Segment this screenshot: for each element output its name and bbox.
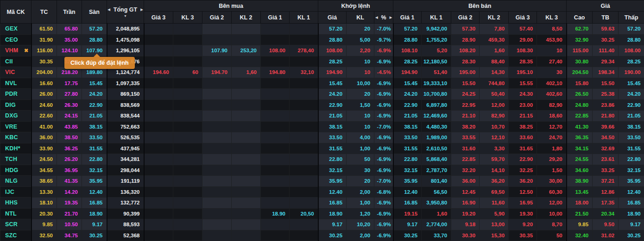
cell-buy-vol-3[interactable] bbox=[173, 99, 202, 111]
col-header-sell-price3[interactable]: Giá 3 bbox=[509, 12, 537, 24]
cell-buy-vol-1[interactable] bbox=[290, 132, 318, 143]
cell-high[interactable]: 32.40 bbox=[567, 230, 593, 241]
cell-buy-vol-3[interactable] bbox=[173, 56, 202, 67]
cell-sell-vol-3[interactable]: 29,20 bbox=[537, 154, 567, 165]
cell-ref-price[interactable]: 30.35 bbox=[32, 56, 57, 67]
cell-buy-price-2[interactable] bbox=[202, 219, 232, 230]
cell-floor-price[interactable]: 22.80 bbox=[82, 154, 107, 165]
cell-buy-price-3[interactable] bbox=[144, 111, 173, 122]
cell-ceiling-price[interactable]: 27.80 bbox=[57, 89, 82, 100]
cell-floor-price[interactable]: 32.15 bbox=[82, 165, 107, 176]
cell-total-value[interactable]: 752,663 bbox=[107, 121, 144, 132]
cell-sell-price-2[interactable]: 36.00 bbox=[451, 176, 480, 187]
cell-sell-price-1[interactable]: 57.20 bbox=[393, 24, 422, 35]
cell-buy-vol-1[interactable] bbox=[290, 111, 318, 122]
cell-sell-price-3[interactable]: 108.30 bbox=[509, 45, 537, 56]
cell-buy-price-3[interactable] bbox=[144, 208, 173, 219]
cell-high[interactable]: 38.90 bbox=[567, 176, 593, 187]
cell-buy-vol-2[interactable] bbox=[232, 208, 261, 219]
stock-row[interactable]: NTL20.3021.7018.9090,39918.9020,5018.901… bbox=[0, 208, 644, 219]
cell-buy-vol-1[interactable] bbox=[290, 78, 318, 89]
cell-match-price[interactable]: 33.50 bbox=[318, 132, 347, 143]
cell-low[interactable]: 9.17 bbox=[619, 219, 644, 230]
cell-sell-vol-3[interactable]: 402,60 bbox=[537, 89, 567, 100]
cell-low[interactable]: 28.80 bbox=[619, 34, 644, 45]
cell-sell-vol-2[interactable]: 50,40 bbox=[480, 89, 509, 100]
cell-ref-price[interactable]: 33.90 bbox=[32, 143, 57, 154]
cell-sell-vol-1[interactable]: 2,774,00 bbox=[422, 219, 451, 230]
cell-match-vol[interactable]: 10 bbox=[347, 111, 374, 122]
cell-sell-price-2[interactable]: 32.20 bbox=[451, 165, 480, 176]
cell-ceiling-price[interactable]: 35.00 bbox=[57, 34, 82, 45]
cell-floor-price[interactable]: 22.90 bbox=[82, 99, 107, 111]
cell-buy-price-1[interactable] bbox=[261, 186, 290, 198]
cell-sell-price-3[interactable]: 28.35 bbox=[509, 56, 537, 67]
cell-sell-price-3[interactable]: 15.55 bbox=[509, 78, 537, 89]
col-header-buy-price1[interactable]: Giá 1 bbox=[261, 12, 290, 24]
cell-sell-vol-2[interactable]: 14,10 bbox=[480, 165, 509, 176]
cell-ceiling-price[interactable]: 24.15 bbox=[57, 111, 82, 122]
cell-ref-price[interactable]: 24.50 bbox=[32, 154, 57, 165]
cell-sell-vol-2[interactable]: 12,00 bbox=[480, 99, 509, 111]
remove-stock-icon[interactable]: ✖ bbox=[24, 48, 28, 54]
cell-match-price[interactable]: 24.20 bbox=[318, 89, 347, 100]
cell-sell-vol-2[interactable]: 7,80 bbox=[480, 24, 509, 35]
cell-total-value[interactable]: 344,281 bbox=[107, 154, 144, 165]
cell-ref-price[interactable]: 20.30 bbox=[32, 208, 57, 219]
cell-buy-price-1[interactable] bbox=[261, 34, 290, 45]
cell-buy-vol-2[interactable] bbox=[232, 99, 261, 111]
cell-sell-price-1[interactable]: 22.80 bbox=[393, 154, 422, 165]
cell-sell-price-3[interactable]: 195.10 bbox=[509, 67, 537, 78]
col-header-low[interactable]: Thấp bbox=[619, 12, 644, 24]
cell-sell-vol-3[interactable]: 10 bbox=[537, 45, 567, 56]
cell-buy-vol-2[interactable] bbox=[232, 56, 261, 67]
cell-stock-code[interactable]: GEX bbox=[0, 24, 32, 35]
cell-sell-vol-1[interactable]: 9,942,00 bbox=[422, 24, 451, 35]
cell-sell-vol-2[interactable]: 13,00 bbox=[480, 219, 509, 230]
cell-buy-vol-2[interactable] bbox=[232, 132, 261, 143]
cell-match-vol[interactable]: 4,00 bbox=[347, 132, 374, 143]
cell-match-vol[interactable]: 10,20 bbox=[347, 219, 374, 230]
cell-total-value[interactable]: 2,048,895 bbox=[107, 24, 144, 35]
cell-buy-vol-3[interactable] bbox=[173, 24, 202, 35]
cell-buy-vol-3[interactable] bbox=[173, 78, 202, 89]
cell-match-price[interactable]: 32.15 bbox=[318, 165, 347, 176]
cell-high[interactable]: 18.00 bbox=[567, 198, 593, 209]
cell-ref-price[interactable]: 13.30 bbox=[32, 186, 57, 198]
cell-avg[interactable]: 12.86 bbox=[593, 186, 619, 198]
cell-match-price[interactable]: 30.25 bbox=[318, 230, 347, 241]
cell-buy-vol-1[interactable] bbox=[290, 165, 318, 176]
cell-sell-vol-3[interactable]: 8,50 bbox=[537, 24, 567, 35]
cell-avg[interactable]: 32.69 bbox=[593, 143, 619, 154]
cell-buy-price-1[interactable] bbox=[261, 132, 290, 143]
cell-floor-price[interactable]: 21.05 bbox=[82, 111, 107, 122]
cell-total-value[interactable]: 132,772 bbox=[107, 198, 144, 209]
col-header-reference[interactable]: TC bbox=[32, 0, 57, 24]
cell-stock-code[interactable]: NTL bbox=[0, 208, 32, 219]
cell-ceiling-price[interactable]: 10.50 bbox=[57, 219, 82, 230]
cell-avg[interactable]: 23.86 bbox=[593, 99, 619, 111]
cell-sell-price-3[interactable]: 57.40 bbox=[509, 24, 537, 35]
stock-row[interactable]: KBC36.0038.5033.50526,53533.504,00-6.9%3… bbox=[0, 132, 644, 143]
cell-stock-code[interactable]: NLG bbox=[0, 176, 32, 187]
cell-buy-price-3[interactable] bbox=[144, 198, 173, 209]
cell-sell-price-3[interactable]: 12.50 bbox=[509, 186, 537, 198]
cell-match-vol[interactable]: 20 bbox=[347, 176, 374, 187]
cell-sell-price-1[interactable]: 35.95 bbox=[393, 176, 422, 187]
cell-sell-vol-3[interactable]: 18,60 bbox=[537, 111, 567, 122]
cell-stock-code[interactable]: NVL bbox=[0, 78, 32, 89]
prev-column-icon[interactable]: ◀ bbox=[375, 16, 378, 19]
cell-buy-price-2[interactable] bbox=[202, 208, 232, 219]
cell-buy-price-3[interactable] bbox=[144, 176, 173, 187]
cell-stock-code[interactable]: KDH* bbox=[0, 143, 32, 154]
cell-match-pct[interactable]: -6.9% bbox=[374, 143, 393, 154]
cell-floor-price[interactable]: 38.15 bbox=[82, 121, 107, 132]
cell-low[interactable]: 21.05 bbox=[619, 111, 644, 122]
cell-sell-vol-3[interactable]: 30,00 bbox=[537, 176, 567, 187]
cell-avg[interactable]: 39.66 bbox=[593, 121, 619, 132]
cell-ceiling-price[interactable]: 26.30 bbox=[57, 99, 82, 111]
cell-sell-price-2[interactable]: 22.85 bbox=[451, 154, 480, 165]
cell-sell-vol-1[interactable]: 12,469,60 bbox=[422, 111, 451, 122]
cell-avg[interactable]: 59.63 bbox=[593, 24, 619, 35]
cell-sell-price-3[interactable]: 31.65 bbox=[509, 143, 537, 154]
